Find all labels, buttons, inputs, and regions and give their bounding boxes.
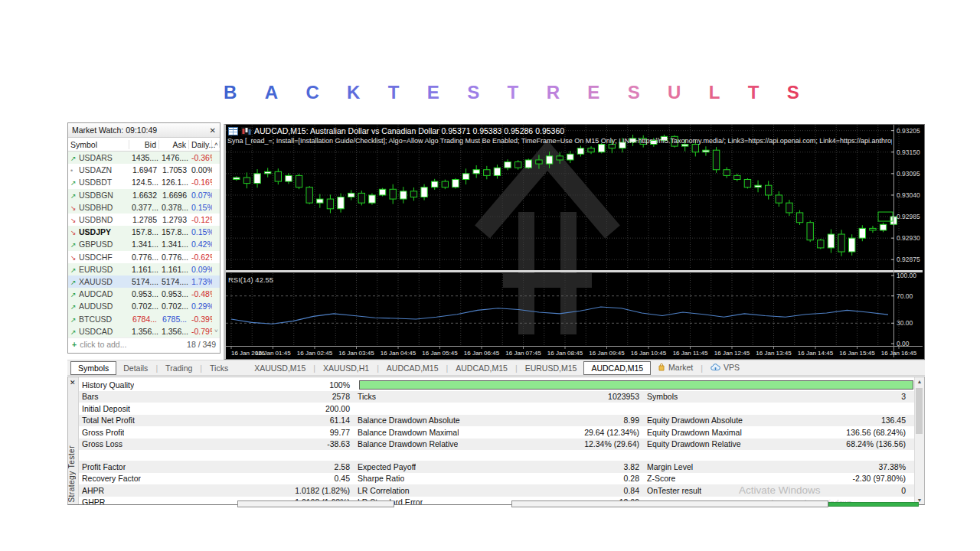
cloud-icon (710, 364, 720, 373)
cutoff-window-fragment (511, 500, 828, 507)
symbol-cell: ↗USDBGN (68, 191, 129, 200)
chart-tab-audcad-m15[interactable]: AUDCAD,M15 (583, 361, 651, 375)
chart-tab-market[interactable]: Market (651, 361, 700, 374)
results-cell: Ticks1023953 (354, 392, 644, 401)
chart-tab-vps[interactable]: VPS (704, 361, 746, 374)
metric-label: Recovery Factor (79, 474, 141, 483)
tab-details[interactable]: Details (116, 362, 155, 374)
tab-symbols[interactable]: Symbols (70, 361, 116, 375)
market-watch-row-usdchf[interactable]: ↘USDCHF0.776...0.776...-0.62% (68, 251, 220, 263)
svg-text:70.00: 70.00 (897, 292, 913, 300)
results-row: Gross Profit99.77Balance Drawdown Maxima… (79, 426, 915, 439)
results-cell: Bars2578 (79, 392, 354, 401)
svg-text:16 Jan 03:45: 16 Jan 03:45 (338, 350, 374, 357)
close-icon[interactable]: ✕ (70, 379, 76, 386)
metric-value: 1023953 (608, 392, 644, 401)
trend-flat-icon: • (70, 167, 79, 174)
ask-cell: 0.953... (159, 289, 189, 298)
chart-tab-xauusd-m15[interactable]: XAUUSD,M15 (247, 362, 312, 374)
scroll-up-icon[interactable]: ▲ (915, 379, 924, 384)
add-symbol-icon[interactable]: + (72, 340, 77, 349)
results-cell: Balance Drawdown Absolute8.99 (354, 416, 644, 425)
metric-label: OnTester result (644, 486, 701, 495)
title-letter: T (748, 82, 760, 103)
metric-label: Sharpe Ratio (354, 474, 404, 483)
svg-text:0.92875: 0.92875 (897, 256, 920, 263)
column-header-symbol[interactable]: Symbol (68, 140, 129, 149)
market-watch-row-usdjpy[interactable]: ↘USDJPY157.8...157.8...0.15% (68, 226, 220, 238)
tab-trading[interactable]: Trading (158, 362, 199, 374)
chart-tab-eurusd-m15[interactable]: EURUSD,M15 (518, 362, 584, 374)
results-scrollbar[interactable]: ▲ ▼ (914, 377, 924, 504)
ask-cell: 157.8... (159, 227, 189, 236)
tab-label: AUDCAD,M15 (387, 364, 439, 373)
market-watch-row-btcusd[interactable]: ↗BTCUSD6784...6785...-0.39% (68, 312, 220, 324)
symbol-name: AUDUSD (79, 302, 113, 311)
results-cell: Balance Drawdown Maximal29.64 (12.34%) (354, 428, 644, 437)
market-watch-row-audusd[interactable]: ↗AUDUSD0.702...0.702...0.29% (68, 300, 220, 312)
tab-label: EURUSD,M15 (525, 364, 577, 373)
symbol-name: USDCAD (79, 327, 113, 336)
trend-up-icon: ↗ (70, 266, 79, 274)
market-watch-row-usdbnd[interactable]: ↘USDBND1.27851.2793-0.12% (68, 214, 220, 226)
market-watch-row-xauusd[interactable]: ↗XAUUSD5174....5174....1.73% (68, 276, 220, 288)
ask-cell: 1.356... (159, 327, 189, 336)
title-letter: S (787, 82, 799, 103)
column-header-daily[interactable]: Daily... (189, 140, 212, 149)
svg-text:16 Jan 12:45: 16 Jan 12:45 (714, 350, 750, 357)
bid-cell: 1435.... (129, 153, 159, 162)
bag-icon (658, 363, 665, 373)
scroll-up-icon[interactable]: ˄ (212, 141, 220, 148)
svg-text:16 Jan 08:45: 16 Jan 08:45 (547, 350, 583, 357)
price-chart[interactable]: 0.932050.931500.930950.930400.929850.929… (226, 125, 923, 357)
metric-label: Z-Score (644, 474, 675, 483)
market-watch-row-usdars[interactable]: ↗USDARS1435....1476....-0.36% (68, 152, 220, 164)
results-cell: LR Correlation0.84 (354, 486, 644, 495)
metric-label: GHPR (79, 497, 105, 505)
metric-value: 3.82 (624, 462, 644, 471)
bid-cell: 1.6947 (129, 165, 159, 174)
trend-up-icon: ↗ (70, 155, 79, 162)
tab-ticks[interactable]: Ticks (203, 362, 235, 374)
chart-tab-xauusd-h1[interactable]: XAUUSD,H1 (316, 362, 376, 374)
market-watch-row-usdcad[interactable]: ↗USDCAD1.356...1.356...-0.79%˅ (68, 325, 220, 337)
market-watch-row-usdbgn[interactable]: ↗USDBGN1.66321.66960.07% (68, 189, 220, 201)
market-watch-row-usdbdt[interactable]: ↗USDBDT124.5...126.1...-0.16% (68, 176, 220, 188)
bid-cell: 0.377... (129, 203, 159, 212)
click-to-add-label[interactable]: click to add... (80, 340, 187, 349)
chart-tab-audcad-m15[interactable]: AUDCAD,M15 (449, 362, 514, 374)
market-watch-row-eurusd[interactable]: ↗EURUSD1.161...1.161...0.09% (68, 263, 220, 276)
scrollbar-thumb[interactable] (916, 388, 923, 434)
svg-text:16 Jan 09:45: 16 Jan 09:45 (589, 350, 625, 357)
ask-cell: 0.776... (159, 253, 189, 262)
market-watch-row-gbpusd[interactable]: ↗GBPUSD1.341...1.341...0.42% (68, 238, 220, 250)
close-icon[interactable]: ✕ (210, 126, 216, 135)
symbol-cell: ↘USDBHD (68, 203, 129, 212)
column-header-bid[interactable]: Bid (129, 140, 159, 149)
market-watch-row-usdbhd[interactable]: ↘USDBHD0.377...0.378...0.15% (68, 201, 220, 214)
chart-window[interactable]: 0.932050.931500.930950.930400.929850.929… (224, 124, 925, 360)
symbol-name: USDBND (79, 215, 113, 224)
candle-chart-icon (241, 127, 251, 135)
market-watch-rows: ↗USDARS1435....1476....-0.36%•USDAZN1.69… (68, 152, 220, 337)
symbol-name: USDARS (79, 153, 113, 162)
market-watch-footer[interactable]: + click to add... 18 / 349 (68, 337, 220, 350)
chart-tab-audcad-m15[interactable]: AUDCAD,M15 (380, 362, 446, 374)
tab-label: VPS (724, 363, 740, 372)
svg-text:30.00: 30.00 (897, 319, 913, 327)
market-watch-row-usdazn[interactable]: •USDAZN1.69471.70530.00% (68, 164, 220, 176)
title-letter: S (628, 82, 640, 103)
metric-value: 3 (901, 392, 910, 401)
results-cell: Sharpe Ratio0.28 (354, 474, 644, 483)
metric-value: 37.38% (878, 462, 910, 471)
symbol-name: BTCUSD (79, 315, 112, 324)
svg-text:16 Jan 16:45: 16 Jan 16:45 (881, 350, 917, 357)
column-header-ask[interactable]: Ask (159, 140, 189, 149)
svg-text:16 Jan 14:45: 16 Jan 14:45 (798, 350, 834, 357)
metric-value: 100% (329, 380, 354, 390)
bid-cell: 0.953... (129, 289, 159, 298)
cutoff-window-fragment (237, 500, 394, 507)
market-watch-row-audcad[interactable]: ↗AUDCAD0.953...0.953...-0.48% (68, 288, 220, 300)
symbol-name: EURUSD (79, 265, 113, 274)
metric-label: Balance Drawdown Absolute (354, 416, 460, 425)
